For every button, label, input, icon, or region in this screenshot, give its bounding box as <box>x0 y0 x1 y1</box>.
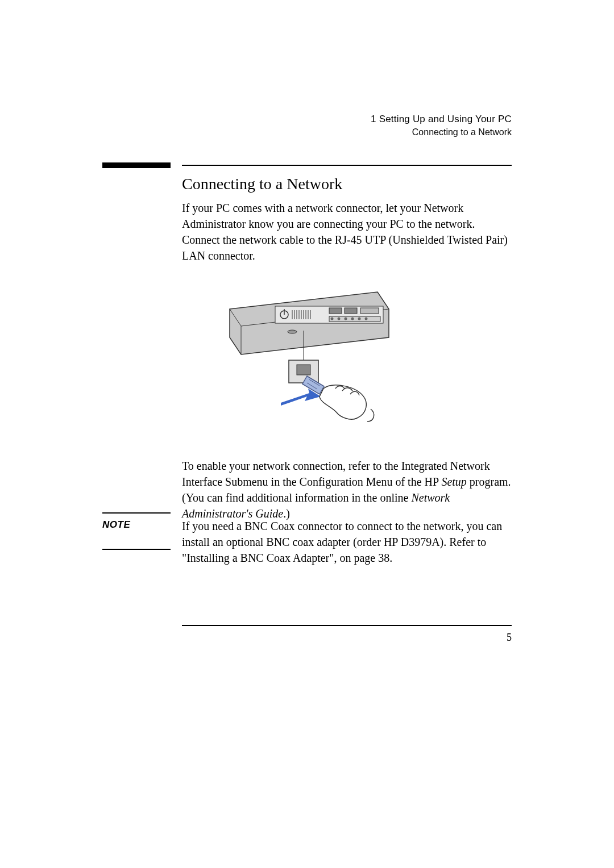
svg-rect-15 <box>360 308 379 314</box>
note-label: NOTE <box>102 519 130 531</box>
chapter-label: 1 Setting Up and Using Your PC <box>371 114 512 125</box>
paragraph-enable-network: To enable your network connection, refer… <box>182 458 512 521</box>
running-header: 1 Setting Up and Using Your PC Connectin… <box>371 114 512 137</box>
page-number: 5 <box>507 632 512 644</box>
svg-point-23 <box>288 330 297 333</box>
pc-rear-network-icon <box>218 275 400 428</box>
svg-point-21 <box>358 318 361 320</box>
note-rule-top <box>102 512 171 514</box>
note-rule-bottom <box>102 549 171 550</box>
svg-point-22 <box>365 318 368 320</box>
paragraph-intro: If your PC comes with a network connecto… <box>182 200 512 264</box>
text-run-italic: Setup <box>441 475 466 488</box>
paragraph-note: If you need a BNC Coax connector to conn… <box>182 518 512 566</box>
footer-rule <box>182 625 512 626</box>
svg-rect-26 <box>297 365 310 375</box>
svg-rect-16 <box>329 316 380 322</box>
network-cable-illustration <box>218 275 400 428</box>
svg-point-19 <box>345 318 347 320</box>
svg-point-20 <box>351 318 354 320</box>
title-bar <box>102 162 171 168</box>
title-rule <box>182 165 512 166</box>
svg-point-17 <box>331 318 334 320</box>
page: 1 Setting Up and Using Your PC Connectin… <box>0 0 614 868</box>
svg-point-18 <box>338 318 341 320</box>
section-label: Connecting to a Network <box>371 127 512 137</box>
section-heading: Connecting to a Network <box>182 175 342 193</box>
svg-rect-13 <box>329 308 342 314</box>
svg-rect-14 <box>345 308 357 314</box>
